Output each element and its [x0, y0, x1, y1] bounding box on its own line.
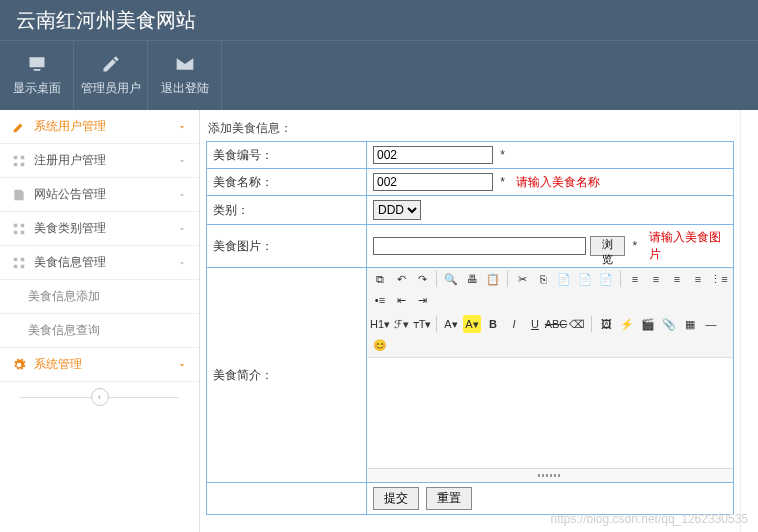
table-icon[interactable]: ▦	[681, 315, 699, 333]
separator	[620, 271, 621, 287]
forecolor-icon[interactable]: A▾	[442, 315, 460, 333]
sidebar-label: 美食信息查询	[28, 322, 100, 339]
bold-icon[interactable]: B	[484, 315, 502, 333]
pencil-icon	[101, 54, 121, 74]
sidebar-label: 美食信息管理	[34, 254, 106, 271]
slider-knob[interactable]: ‹	[91, 388, 109, 406]
redo-icon[interactable]: ↷	[413, 270, 431, 288]
sidebar-label: 美食类别管理	[34, 220, 106, 237]
italic-icon[interactable]: I	[505, 315, 523, 333]
list-ol-icon[interactable]: ⋮≡	[710, 270, 728, 288]
grid-icon	[12, 256, 26, 270]
paste-text-icon[interactable]: 📄	[576, 270, 594, 288]
rich-editor: ⧉ ↶ ↷ 🔍 🖶 📋 ✂ ⎘ 📄 📄 📄	[367, 267, 733, 482]
body-row: 系统用户管理 注册用户管理 网站公告管理 美食类别管理 美食信息管理 美食信息添…	[0, 110, 758, 532]
food-pic-input[interactable]	[373, 237, 586, 255]
doc-icon	[12, 188, 26, 202]
main-content: 添加美食信息： 美食编号： * 美食名称： * 请输入美食名称 类别：	[200, 110, 740, 532]
sidebar-item-sys-mgr[interactable]: 系统管理	[0, 348, 199, 382]
underline-icon[interactable]: U	[526, 315, 544, 333]
browse-button[interactable]: 浏览	[590, 236, 624, 256]
food-id-input[interactable]	[373, 146, 493, 164]
desktop-button[interactable]: 显示桌面	[0, 41, 74, 110]
header-bar: 云南红河州美食网站	[0, 0, 758, 40]
label-intro: 美食简介：	[207, 268, 367, 483]
sidebar-item-food-add[interactable]: 美食信息添加	[0, 280, 199, 314]
required-star: *	[500, 175, 505, 189]
source-icon[interactable]: ⧉	[371, 270, 389, 288]
file-icon[interactable]: 📎	[660, 315, 678, 333]
strike-icon[interactable]: ABC	[547, 315, 565, 333]
logout-button[interactable]: 退出登陆	[148, 41, 222, 110]
list-ul-icon[interactable]: •≡	[371, 291, 389, 309]
fontsize-icon[interactable]: ᴛT▾	[413, 315, 431, 333]
cut-icon[interactable]: ✂	[513, 270, 531, 288]
indent-icon[interactable]: ⇥	[413, 291, 431, 309]
outdent-icon[interactable]: ⇤	[392, 291, 410, 309]
sidebar-label: 美食信息添加	[28, 288, 100, 305]
label-cat: 类别：	[207, 196, 367, 225]
paste-word-icon[interactable]: 📄	[597, 270, 615, 288]
media-icon[interactable]: 🎬	[639, 315, 657, 333]
undo-icon[interactable]: ↶	[392, 270, 410, 288]
sidebar-label: 网站公告管理	[34, 186, 106, 203]
sidebar-item-reg-user[interactable]: 注册用户管理	[0, 144, 199, 178]
backcolor-icon[interactable]: A▾	[463, 315, 481, 333]
label-pic: 美食图片：	[207, 225, 367, 268]
template-icon[interactable]: 📋	[484, 270, 502, 288]
error-name: 请输入美食名称	[516, 175, 600, 189]
preview-icon[interactable]: 🔍	[442, 270, 460, 288]
submit-button[interactable]: 提交	[373, 487, 419, 510]
separator	[436, 271, 437, 287]
hr-icon[interactable]: —	[702, 315, 720, 333]
chevron-down-icon	[177, 156, 187, 166]
label-id: 美食编号：	[207, 142, 367, 169]
heading-icon[interactable]: H1▾	[371, 315, 389, 333]
separator	[507, 271, 508, 287]
fontfamily-icon[interactable]: ℱ▾	[392, 315, 410, 333]
row-name: 美食名称： * 请输入美食名称	[207, 169, 734, 196]
row-buttons: 提交 重置	[207, 483, 734, 515]
chevron-down-icon	[177, 258, 187, 268]
sidebar-slider[interactable]: ‹	[0, 382, 199, 412]
align-justify-icon[interactable]: ≡	[689, 270, 707, 288]
align-right-icon[interactable]: ≡	[668, 270, 686, 288]
image-icon[interactable]: 🖼	[597, 315, 615, 333]
gear-icon	[12, 358, 26, 372]
grid-icon	[12, 222, 26, 236]
align-center-icon[interactable]: ≡	[647, 270, 665, 288]
label-name: 美食名称：	[207, 169, 367, 196]
admin-user-button[interactable]: 管理员用户	[74, 41, 148, 110]
grip-icon	[538, 474, 562, 477]
top-toolbar: 显示桌面 管理员用户 退出登陆	[0, 40, 758, 110]
sidebar-item-food-query[interactable]: 美食信息查询	[0, 314, 199, 348]
row-id: 美食编号： *	[207, 142, 734, 169]
align-left-icon[interactable]: ≡	[626, 270, 644, 288]
food-cat-select[interactable]: DDD	[373, 200, 421, 220]
sidebar-item-food-cat[interactable]: 美食类别管理	[0, 212, 199, 246]
food-name-input[interactable]	[373, 173, 493, 191]
editor-toolbar: ⧉ ↶ ↷ 🔍 🖶 📋 ✂ ⎘ 📄 📄 📄	[367, 267, 733, 358]
required-star: *	[500, 148, 505, 162]
sidebar-item-food-info[interactable]: 美食信息管理	[0, 246, 199, 280]
copy-icon[interactable]: ⎘	[534, 270, 552, 288]
sidebar-label: 注册用户管理	[34, 152, 106, 169]
removeformat-icon[interactable]: ⌫	[568, 315, 586, 333]
print-icon[interactable]: 🖶	[463, 270, 481, 288]
food-form: 美食编号： * 美食名称： * 请输入美食名称 类别： DDD	[206, 141, 734, 515]
chevron-down-icon	[177, 224, 187, 234]
pencil-icon	[12, 120, 26, 134]
desktop-label: 显示桌面	[13, 80, 61, 97]
flash-icon[interactable]: ⚡	[618, 315, 636, 333]
app-title: 云南红河州美食网站	[16, 7, 196, 34]
sidebar-item-sys-user[interactable]: 系统用户管理	[0, 110, 199, 144]
row-cat: 类别： DDD	[207, 196, 734, 225]
paste-icon[interactable]: 📄	[555, 270, 573, 288]
form-title: 添加美食信息：	[206, 116, 734, 141]
emoji-icon[interactable]: 😊	[371, 336, 389, 354]
monitor-icon	[27, 54, 47, 74]
sidebar-item-notice[interactable]: 网站公告管理	[0, 178, 199, 212]
reset-button[interactable]: 重置	[426, 487, 472, 510]
editor-resize[interactable]	[367, 468, 733, 482]
editor-body[interactable]	[367, 358, 733, 468]
